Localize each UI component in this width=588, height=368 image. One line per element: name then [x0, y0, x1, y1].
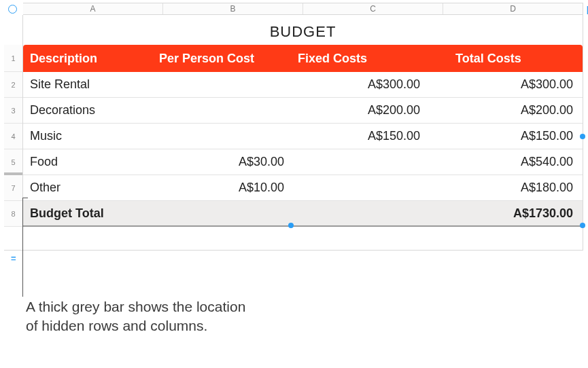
header-fixed-costs: Fixed Costs	[291, 52, 427, 66]
cell-fixed[interactable]: A$300.00	[291, 77, 427, 92]
table-title[interactable]: BUDGET	[23, 15, 583, 45]
cell-description[interactable]: Decorations	[23, 103, 159, 117]
table-row[interactable]: Site Rental A$300.00 A$300.00	[23, 72, 583, 98]
row-header[interactable]: 5	[4, 149, 22, 175]
cell-total[interactable]: A$150.00	[427, 129, 583, 143]
callout-leader-line	[22, 198, 23, 297]
table-row[interactable]: Decorations A$200.00 A$200.00	[23, 98, 583, 124]
table-row[interactable]: Other A$10.00 A$180.00	[23, 175, 583, 201]
cell-total[interactable]: A$300.00	[427, 77, 583, 92]
cell-fixed[interactable]: A$200.00	[291, 103, 427, 117]
cell-total[interactable]: A$200.00	[427, 103, 583, 117]
row-header[interactable]: 3	[4, 98, 22, 124]
cell-per-person[interactable]: A$10.00	[159, 181, 291, 195]
table-row[interactable]: Music A$150.00 A$150.00	[23, 124, 583, 149]
header-total-costs: Total Costs	[427, 52, 583, 66]
table-handle-icon[interactable]	[8, 5, 17, 14]
spreadsheet-frame: || A B C D 1 2 3 4 5 7 8 = BUDGET Descri…	[4, 3, 583, 251]
cell-fixed[interactable]: A$150.00	[291, 129, 427, 143]
cell-description[interactable]: Other	[23, 181, 159, 195]
cell-total[interactable]: A$180.00	[427, 181, 583, 195]
header-per-person: Per Person Cost	[159, 52, 291, 66]
row-header[interactable]: 8	[4, 201, 22, 227]
row-footer-spacer: =	[4, 227, 22, 250]
table-header-row[interactable]: Description Per Person Cost Fixed Costs …	[23, 45, 583, 72]
selection-dot-icon[interactable]	[288, 223, 294, 228]
table-total-row[interactable]: Budget Total A$1730.00	[23, 201, 583, 227]
cell-description[interactable]: Site Rental	[23, 77, 159, 92]
row-header-bar: 1 2 3 4 5 7 8 =	[4, 15, 23, 250]
row-header[interactable]: 7	[4, 175, 22, 201]
cell-total[interactable]: A$540.00	[427, 155, 583, 169]
cell-total[interactable]: A$1730.00	[427, 206, 583, 221]
row-drag-handle-icon[interactable]: =	[11, 253, 17, 263]
row-header[interactable]: 4	[4, 124, 22, 149]
column-header-b[interactable]: B	[163, 3, 303, 14]
column-header-a[interactable]: A	[23, 3, 163, 14]
row-header[interactable]: 1	[4, 45, 22, 72]
cell-description[interactable]: Food	[23, 155, 159, 169]
cell-per-person[interactable]: A$30.00	[159, 155, 291, 169]
column-header-c[interactable]: C	[303, 3, 443, 14]
table-row[interactable]: Food A$30.00 A$540.00	[23, 149, 583, 175]
table-footer-spacer	[23, 227, 583, 250]
table-content: BUDGET Description Per Person Cost Fixed…	[23, 15, 583, 250]
header-description: Description	[23, 52, 159, 66]
column-header-bar: || A B C D	[23, 3, 583, 15]
budget-table: Description Per Person Cost Fixed Costs …	[23, 45, 583, 250]
cell-description[interactable]: Music	[23, 129, 159, 143]
table-corner	[4, 15, 22, 45]
selection-dot-icon[interactable]	[580, 223, 585, 228]
selection-dot-icon[interactable]	[580, 134, 585, 139]
column-header-d[interactable]: D	[443, 3, 583, 14]
callout-text: A thick grey bar shows the location of h…	[26, 297, 250, 336]
row-header[interactable]: 2	[4, 72, 22, 98]
cell-description[interactable]: Budget Total	[23, 206, 159, 221]
callout-tick	[22, 198, 28, 198]
